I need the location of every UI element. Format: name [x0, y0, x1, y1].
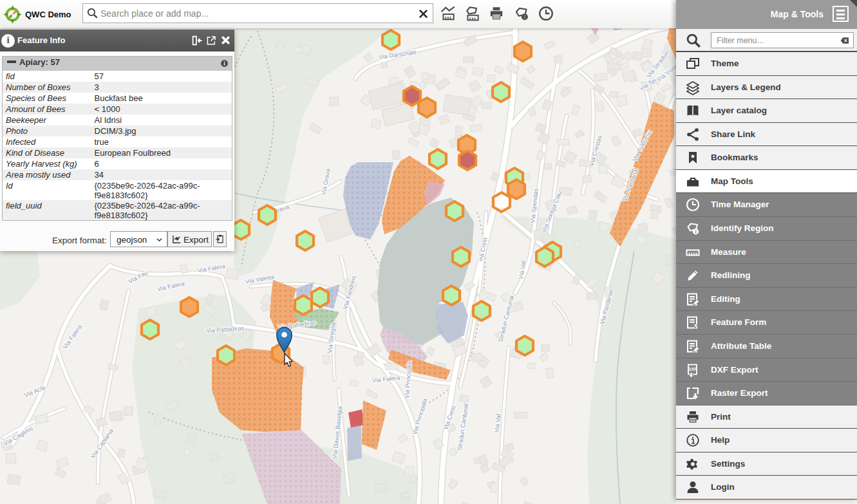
svg-text:DXF: DXF — [688, 366, 697, 371]
